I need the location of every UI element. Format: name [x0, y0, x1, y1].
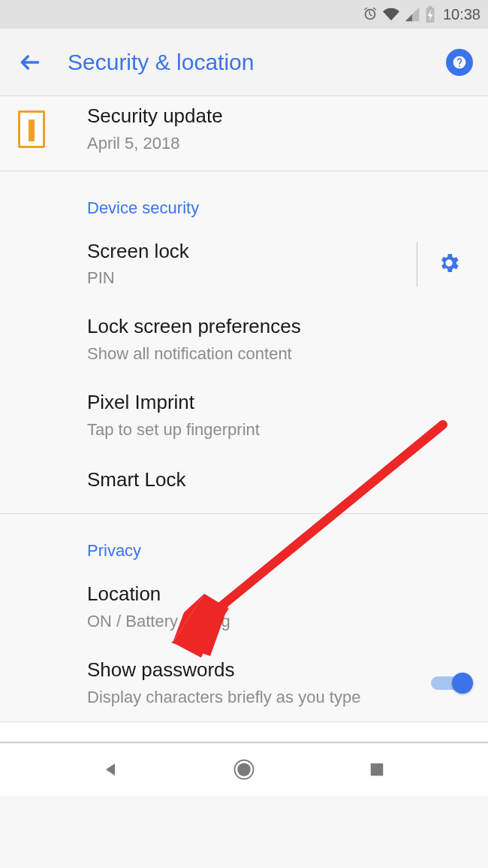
back-button[interactable] — [15, 47, 45, 77]
lock-screen-prefs-title: Lock screen preferences — [87, 314, 470, 340]
location-subtitle: ON / Battery saving — [87, 610, 470, 634]
screen-lock-settings-button[interactable] — [437, 251, 461, 278]
nav-home-button[interactable] — [229, 755, 259, 785]
show-passwords-toggle[interactable] — [431, 672, 470, 694]
nav-back-button[interactable] — [96, 755, 126, 785]
svg-rect-4 — [370, 763, 383, 776]
nav-recent-button[interactable] — [362, 755, 392, 785]
spacer — [0, 722, 488, 742]
smart-lock-title: Smart Lock — [87, 467, 470, 493]
location-row[interactable]: Location ON / Battery saving — [0, 570, 488, 646]
help-button[interactable] — [446, 49, 473, 76]
security-update-title: Security update — [87, 104, 470, 129]
show-passwords-title: Show passwords — [87, 658, 431, 683]
settings-content: Security update April 5, 2018 Device sec… — [0, 96, 488, 743]
cell-signal-icon — [404, 6, 420, 23]
clock-time: 10:38 — [443, 6, 480, 23]
security-update-subtitle: April 5, 2018 — [87, 132, 470, 156]
lock-screen-prefs-subtitle: Show all notification content — [87, 343, 470, 366]
screen-lock-subtitle: PIN — [87, 267, 409, 290]
app-bar: Security & location — [0, 29, 488, 96]
battery-charging-icon — [425, 6, 435, 23]
svg-point-3 — [237, 763, 251, 776]
vertical-divider — [417, 242, 417, 287]
page-title: Security & location — [68, 50, 446, 75]
location-title: Location — [87, 582, 470, 607]
svg-rect-1 — [429, 6, 432, 8]
pixel-imprint-subtitle: Tap to set up fingerprint — [87, 419, 470, 442]
status-bar: 10:38 — [0, 0, 488, 29]
lock-screen-preferences-row[interactable]: Lock screen preferences Show all notific… — [0, 302, 488, 378]
section-header-privacy: Privacy — [0, 514, 488, 570]
section-header-device-security: Device security — [0, 171, 488, 227]
pixel-imprint-row[interactable]: Pixel Imprint Tap to set up fingerprint — [0, 378, 488, 454]
alert-badge-icon — [18, 110, 45, 148]
wifi-icon — [383, 6, 399, 23]
show-passwords-subtitle: Display characters briefly as you type — [87, 686, 431, 709]
show-passwords-row[interactable]: Show passwords Display characters briefl… — [0, 646, 488, 721]
navigation-bar — [0, 743, 488, 796]
security-update-row[interactable]: Security update April 5, 2018 — [0, 96, 488, 171]
alarm-icon — [362, 6, 378, 23]
smart-lock-row[interactable]: Smart Lock — [0, 453, 488, 513]
screen-lock-row[interactable]: Screen lock PIN — [0, 227, 488, 303]
screen-lock-title: Screen lock — [87, 239, 409, 265]
pixel-imprint-title: Pixel Imprint — [87, 390, 470, 416]
